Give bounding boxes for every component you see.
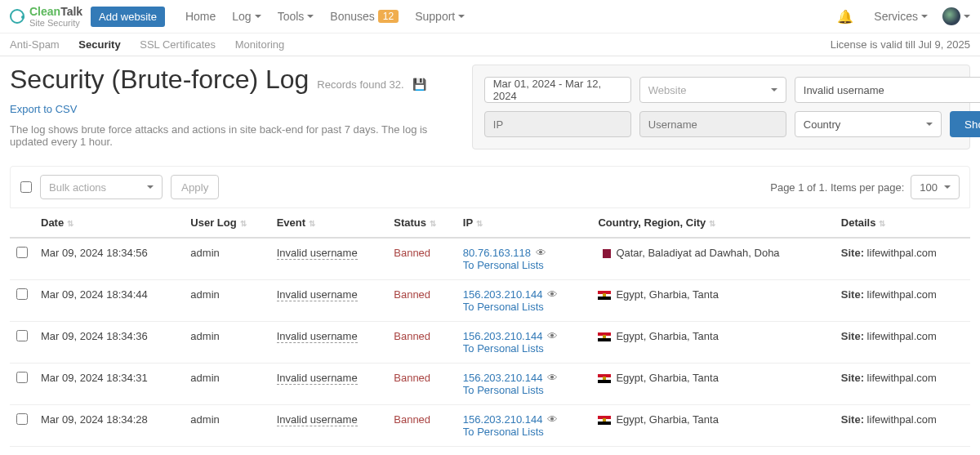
- personal-lists-link[interactable]: To Personal Lists: [463, 259, 544, 271]
- cell-event: Invalid username: [270, 238, 388, 280]
- table-row: Mar 09, 2024 18:34:28adminInvalid userna…: [10, 405, 970, 447]
- cell-date: Mar 09, 2024 18:34:44: [34, 280, 184, 322]
- col-userlog[interactable]: User Log⇅: [184, 208, 270, 238]
- bulk-actions-label: Bulk actions: [49, 181, 106, 194]
- nav-services[interactable]: Services: [874, 10, 928, 23]
- row-checkbox[interactable]: [16, 330, 28, 341]
- cell-date: Mar 09, 2024 18:34:36: [34, 322, 184, 364]
- export-csv-link[interactable]: Export to CSV: [10, 103, 77, 115]
- caret-down-icon: [964, 15, 970, 18]
- nav-services-label: Services: [874, 10, 918, 23]
- nav-support[interactable]: Support: [415, 10, 465, 23]
- eye-icon[interactable]: 👁: [547, 288, 558, 301]
- date-range-select[interactable]: Mar 01, 2024 - Mar 12, 2024: [484, 77, 631, 103]
- event-text[interactable]: Invalid username: [277, 330, 358, 343]
- apply-button[interactable]: Apply: [171, 175, 219, 199]
- country-value: Country: [804, 118, 841, 131]
- cell-location: Qatar, Baladiyat ad Dawhah, Doha: [591, 238, 834, 280]
- cell-ip: 156.203.210.144👁To Personal Lists: [457, 322, 592, 364]
- personal-lists-link[interactable]: To Personal Lists: [463, 384, 544, 396]
- cell-location: Egypt, Gharbia, Tanta: [591, 447, 834, 456]
- cell-location: Egypt, Gharbia, Tanta: [591, 322, 834, 364]
- subnav-monitoring[interactable]: Monitoring: [235, 38, 285, 51]
- event-text[interactable]: Invalid username: [277, 413, 358, 426]
- subnav-security[interactable]: Security: [78, 38, 120, 51]
- eye-icon[interactable]: 👁: [536, 247, 546, 259]
- cell-details: Site: lifewithpal.com: [835, 280, 970, 322]
- notifications-icon[interactable]: 🔔: [837, 9, 853, 25]
- personal-lists-link[interactable]: To Personal Lists: [463, 301, 544, 313]
- brand-logo-icon: [10, 9, 24, 24]
- ip-link[interactable]: 156.203.210.144: [463, 288, 543, 301]
- col-status[interactable]: Status⇅: [387, 208, 457, 238]
- cell-status: Banned: [387, 364, 457, 405]
- subnav-ssl[interactable]: SSL Certificates: [140, 38, 216, 51]
- per-page-select[interactable]: 100: [911, 175, 960, 199]
- site-label: Site:: [841, 288, 864, 301]
- select-all-checkbox[interactable]: [20, 181, 32, 193]
- ip-link[interactable]: 156.203.210.144: [463, 372, 543, 384]
- personal-lists-link[interactable]: To Personal Lists: [463, 342, 544, 355]
- col-ip[interactable]: IP⇅: [457, 208, 592, 238]
- personal-lists-link[interactable]: To Personal Lists: [463, 426, 544, 438]
- user-avatar[interactable]: [942, 7, 960, 25]
- ip-input[interactable]: [484, 111, 631, 137]
- cell-event: Invalid username: [270, 280, 388, 322]
- nav-log-label: Log: [232, 10, 251, 23]
- event-text[interactable]: Invalid username: [277, 372, 358, 385]
- eye-icon[interactable]: 👁: [547, 413, 558, 426]
- sort-icon: ⇅: [67, 219, 74, 228]
- table-row: Mar 09, 2024 18:34:56adminInvalid userna…: [10, 238, 970, 280]
- col-event[interactable]: Event⇅: [270, 208, 388, 238]
- nav-home[interactable]: Home: [185, 10, 216, 23]
- cell-date: Mar 09, 2024 18:34:31: [34, 364, 184, 405]
- event-select[interactable]: Invalid username: [795, 77, 980, 103]
- website-placeholder: Website: [648, 84, 687, 96]
- cell-ip: 156.203.210.144👁To Personal Lists: [457, 364, 592, 405]
- nav-bonuses[interactable]: Bonuses 12: [330, 10, 399, 23]
- sort-icon: ⇅: [709, 219, 715, 228]
- cell-event: Invalid username: [270, 364, 388, 405]
- flag-icon: [598, 291, 611, 300]
- brand[interactable]: CleanTalk Site Security: [10, 5, 82, 28]
- sort-icon: ⇅: [430, 219, 436, 228]
- caret-down-icon: [255, 15, 261, 18]
- cell-ip: 156.203.210.144👁To Personal Lists: [457, 447, 592, 456]
- cell-user: admin: [184, 405, 270, 447]
- ip-link[interactable]: 80.76.163.118: [463, 247, 531, 259]
- row-checkbox[interactable]: [16, 288, 28, 300]
- page-description: The log shows brute force attacks and ac…: [10, 123, 456, 148]
- ip-link[interactable]: 156.203.210.144: [463, 413, 543, 426]
- cell-ip: 156.203.210.144👁To Personal Lists: [457, 280, 592, 322]
- col-country[interactable]: Country, Region, City⇅: [591, 208, 834, 238]
- bonuses-badge: 12: [378, 10, 399, 23]
- top-nav: CleanTalk Site Security Add website Home…: [0, 0, 980, 33]
- flag-icon: [598, 332, 611, 341]
- ip-link[interactable]: 156.203.210.144: [463, 330, 543, 342]
- row-checkbox[interactable]: [16, 247, 28, 258]
- website-select[interactable]: Website: [639, 77, 786, 103]
- add-website-button[interactable]: Add website: [91, 7, 165, 27]
- bulk-actions-select[interactable]: Bulk actions: [40, 175, 163, 199]
- subnav-antispam[interactable]: Anti-Spam: [10, 38, 60, 51]
- cell-user: admin: [184, 447, 270, 456]
- show-button[interactable]: Show: [950, 111, 980, 137]
- col-details[interactable]: Details⇅: [835, 208, 970, 238]
- nav-log[interactable]: Log: [232, 10, 261, 23]
- eye-icon[interactable]: 👁: [547, 372, 558, 384]
- event-value: Invalid username: [804, 84, 884, 96]
- row-checkbox[interactable]: [16, 372, 28, 383]
- country-select[interactable]: Country: [795, 111, 942, 137]
- caret-down-icon: [944, 185, 951, 189]
- event-text[interactable]: Invalid username: [277, 247, 358, 260]
- col-date[interactable]: Date⇅: [34, 208, 184, 238]
- event-text[interactable]: Invalid username: [277, 288, 358, 301]
- nav-tools[interactable]: Tools: [278, 10, 314, 23]
- eye-icon[interactable]: 👁: [547, 330, 558, 342]
- table-toolbar: Bulk actions Apply Page 1 of 1. Items pe…: [10, 166, 970, 208]
- cell-user: admin: [184, 322, 270, 364]
- cell-location: Egypt, Gharbia, Tanta: [591, 405, 834, 447]
- cell-status: Banned: [387, 405, 457, 447]
- username-input[interactable]: [639, 111, 786, 137]
- row-checkbox[interactable]: [16, 413, 28, 425]
